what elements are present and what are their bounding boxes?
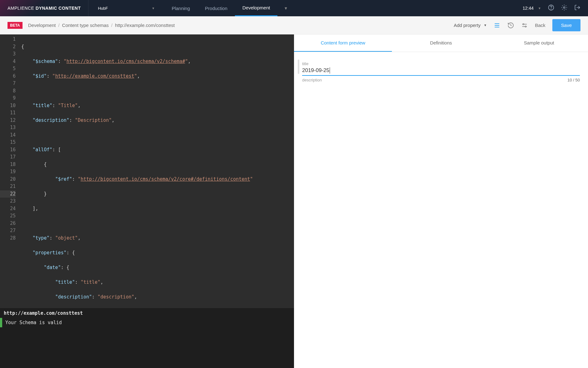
brand-thin: AMPLIENCE: [8, 6, 34, 11]
hub-dropdown[interactable]: HubF ▼: [89, 0, 164, 16]
add-property-label: Add property: [454, 23, 481, 28]
editor-pane: 1 2 3 4 5 6 7 8 9 10 11 12 13 14 15 16 1…: [0, 34, 294, 368]
hub-name: HubF: [98, 6, 108, 11]
beta-badge: BETA: [8, 22, 23, 29]
top-nav: AMPLIENCE DYNAMIC CONTENT HubF ▼ Plannin…: [0, 0, 588, 16]
brand-logo: AMPLIENCE DYNAMIC CONTENT: [0, 0, 89, 16]
field-input-row: 2019-09-25: [302, 67, 580, 76]
code-area[interactable]: 1 2 3 4 5 6 7 8 9 10 11 12 13 14 15 16 1…: [0, 34, 294, 308]
status-message: Your Schema is valid: [0, 318, 294, 327]
format-icon[interactable]: [494, 22, 500, 29]
tab-definitions[interactable]: Definitions: [392, 34, 490, 52]
chevron-down-icon: ▼: [152, 7, 155, 10]
add-property-dropdown[interactable]: Add property ▼: [454, 23, 487, 28]
field-stripe: [298, 60, 299, 74]
status-text: Your Schema is valid: [2, 318, 65, 327]
svg-rect-3: [495, 23, 499, 24]
field-desc-row: description 10 / 50: [302, 78, 580, 82]
tab-planning[interactable]: Planning: [164, 0, 197, 16]
chevron-down-icon: ▼: [284, 6, 288, 11]
status-url: http://example.com/consttest: [0, 308, 294, 318]
help-icon[interactable]: [548, 4, 554, 12]
main-area: 1 2 3 4 5 6 7 8 9 10 11 12 13 14 15 16 1…: [0, 34, 588, 368]
crumb-schemas[interactable]: Content type schemas: [62, 23, 109, 28]
tab-production[interactable]: Production: [197, 0, 235, 16]
preview-tabs: Content form preview Definitions Sample …: [294, 34, 588, 52]
breadcrumb: Development / Content type schemas / htt…: [28, 23, 175, 28]
svg-point-2: [564, 7, 565, 8]
preview-pane: Content form preview Definitions Sample …: [294, 34, 588, 368]
back-button[interactable]: Back: [535, 23, 545, 28]
time-dropdown[interactable]: 12:44 ▼: [523, 6, 541, 11]
top-right: 12:44 ▼: [523, 0, 588, 16]
line-gutter: 1 2 3 4 5 6 7 8 9 10 11 12 13 14 15 16 1…: [0, 34, 19, 308]
svg-point-7: [523, 23, 524, 25]
brand-bold: DYNAMIC CONTENT: [36, 6, 81, 11]
settings-icon[interactable]: [521, 22, 528, 29]
status-stripe: [0, 318, 2, 327]
nav-tabs: Planning Production Development ▼: [164, 0, 294, 16]
svg-rect-4: [495, 25, 499, 26]
breadcrumb-sep: /: [58, 23, 59, 28]
svg-point-1: [551, 8, 551, 9]
chevron-down-icon: ▼: [538, 7, 541, 10]
preview-body: title 2019-09-25 description 10 / 50: [294, 52, 588, 92]
code-content[interactable]: { "$schema": "http://bigcontent.io/cms/s…: [19, 34, 294, 308]
field-description: description: [302, 78, 322, 82]
title-input[interactable]: 2019-09-25: [302, 67, 580, 74]
tab-content-preview[interactable]: Content form preview: [294, 34, 392, 52]
svg-point-9: [525, 26, 526, 27]
crumb-development[interactable]: Development: [28, 23, 56, 28]
svg-rect-5: [495, 27, 499, 27]
sub-right: Add property ▼ Back Save: [454, 19, 580, 31]
breadcrumb-sep: /: [111, 23, 113, 28]
field-count: 10 / 50: [567, 78, 580, 82]
save-button[interactable]: Save: [552, 19, 580, 31]
tab-sample-output[interactable]: Sample output: [490, 34, 588, 52]
gear-icon[interactable]: [561, 4, 567, 12]
sub-bar: BETA Development / Content type schemas …: [0, 16, 588, 34]
field-label: title: [302, 61, 580, 66]
status-area: http://example.com/consttest Your Schema…: [0, 308, 294, 368]
logout-icon[interactable]: [574, 4, 580, 12]
tab-development[interactable]: Development: [235, 0, 277, 16]
crumb-current: http://example.com/consttest: [115, 23, 175, 28]
chevron-down-icon: ▼: [484, 23, 487, 27]
history-icon[interactable]: [507, 22, 514, 29]
time-label: 12:44: [523, 6, 534, 11]
nav-tab-dropdown[interactable]: ▼: [277, 0, 294, 16]
